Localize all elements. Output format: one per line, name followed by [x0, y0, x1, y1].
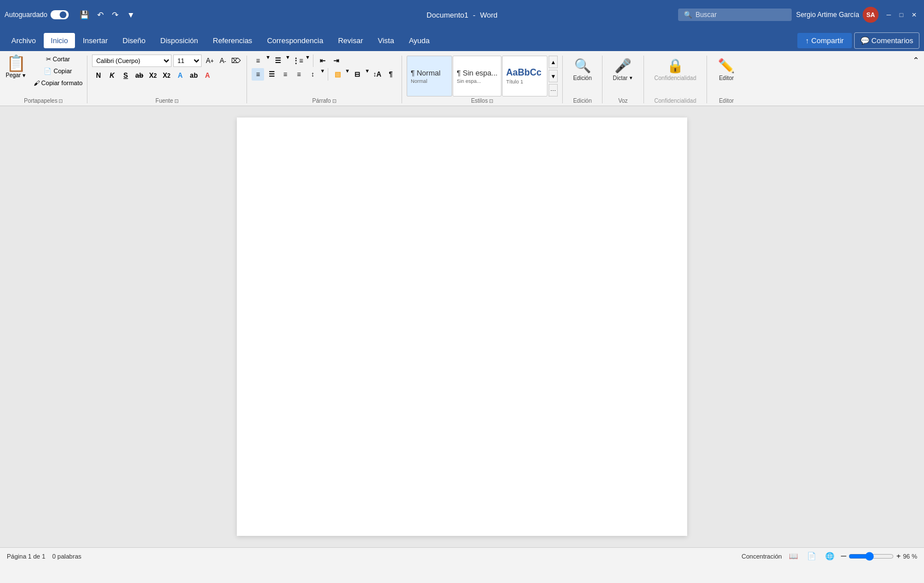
print-layout-button[interactable]: 📄	[805, 550, 818, 563]
confidencialidad-button[interactable]: 🔒 Confidencialidad	[650, 56, 701, 83]
close-button[interactable]: ✕	[908, 9, 919, 20]
align-center-button[interactable]: ☰	[265, 68, 278, 81]
copy-button[interactable]: 📄 Copiar	[31, 65, 85, 77]
unordered-list-button[interactable]: ≡	[252, 54, 264, 67]
menu-referencias[interactable]: Referencias	[206, 33, 259, 48]
align-right-button[interactable]: ≡	[279, 68, 291, 81]
font-increase-button[interactable]: A+	[203, 54, 216, 67]
document-area	[0, 106, 924, 547]
multilevel-list-arrow[interactable]: ▼	[305, 54, 310, 67]
strikethrough-button[interactable]: ab	[133, 69, 145, 82]
bold-button[interactable]: N	[92, 69, 104, 82]
app-name: Word	[480, 11, 497, 19]
shading-arrow[interactable]: ▼	[345, 68, 350, 81]
save-icon[interactable]: 💾	[77, 9, 92, 20]
dictar-arrow[interactable]: ▼	[629, 76, 633, 81]
italic-button[interactable]: K	[106, 69, 118, 82]
superscript-button[interactable]: X2	[160, 69, 173, 82]
sep4	[562, 56, 563, 103]
shading-button[interactable]: ▧	[331, 68, 344, 81]
format-paint-button[interactable]: 🖌 Copiar formato	[31, 77, 85, 89]
autosave-area: Autoguardado	[5, 10, 69, 19]
sort-button[interactable]: ↕A	[371, 68, 383, 81]
confidencialidad-label: Confidencialidad	[654, 75, 696, 81]
collapse-ribbon-button[interactable]: ⌃	[913, 56, 919, 65]
editor-bottom-label: Editor	[709, 97, 743, 106]
cut-label: Cortar	[53, 56, 70, 62]
paste-button[interactable]: 📋 Pegar ▼	[2, 53, 30, 81]
style-sin-espacio-name: Sin espa...	[457, 78, 497, 84]
menu-insertar[interactable]: Insertar	[76, 33, 115, 48]
parrafo-top: ≡ ▼ ☰ ▼ ⋮≡ ▼ ⇤ ⇥ ≡ ☰ ≡ ≡ ↕ ▼	[249, 53, 399, 97]
fuente-label: Fuente ⊡	[90, 97, 244, 106]
search-box[interactable]: 🔍	[678, 9, 792, 21]
style-titulo1-name: Título 1	[506, 79, 543, 85]
font-selector[interactable]: Calibri (Cuerpo)	[92, 54, 172, 67]
share-button[interactable]: ↑ Compartir	[797, 33, 852, 48]
unordered-list-arrow[interactable]: ▼	[265, 54, 270, 67]
maximize-button[interactable]: □	[896, 9, 907, 20]
style-sin-espacio[interactable]: ¶ Sin espa... Sin espa...	[453, 56, 501, 97]
highlight-color-button[interactable]: ab	[187, 69, 200, 82]
style-expand[interactable]: ⋯	[549, 84, 558, 97]
increase-indent-button[interactable]: ⇥	[330, 54, 342, 67]
autosave-toggle[interactable]	[51, 10, 69, 19]
zoom-in-button[interactable]: +	[896, 552, 901, 560]
style-scroll-down[interactable]: ▼	[549, 70, 558, 82]
cut-button[interactable]: ✂ Cortar	[31, 53, 85, 65]
decrease-indent-button[interactable]: ⇤	[316, 54, 329, 67]
menu-disposicion[interactable]: Disposición	[153, 33, 204, 48]
menu-vista[interactable]: Vista	[371, 33, 401, 48]
font-color-button[interactable]: A	[201, 69, 214, 82]
word-count: 0 palabras	[52, 553, 81, 560]
line-spacing-button[interactable]: ↕	[306, 68, 319, 81]
justify-button[interactable]: ≡	[292, 68, 305, 81]
menu-archivo[interactable]: Archivo	[5, 33, 43, 48]
font-color-btn-wrapper: A	[201, 69, 214, 82]
show-marks-button[interactable]: ¶	[384, 68, 397, 81]
text-effects-button[interactable]: A	[174, 69, 186, 82]
zoom-out-button[interactable]: ─	[841, 552, 846, 560]
estilos-expand-icon[interactable]: ⊡	[489, 98, 494, 104]
parrafo-expand-icon[interactable]: ⊡	[332, 98, 337, 104]
document-page[interactable]	[237, 118, 687, 536]
zoom-slider[interactable]	[848, 552, 894, 561]
size-selector[interactable]: 11	[173, 54, 202, 67]
minimize-button[interactable]: ─	[883, 9, 894, 20]
style-scroll-up[interactable]: ▲	[549, 56, 558, 68]
fuente-expand-icon[interactable]: ⊡	[174, 98, 179, 104]
copy-label: Copiar	[53, 68, 72, 74]
dictar-button[interactable]: 🎤 Dictar ▼	[608, 56, 638, 83]
paste-label: Pegar	[6, 72, 21, 78]
customize-icon[interactable]: ▼	[124, 9, 137, 20]
menu-inicio[interactable]: Inicio	[44, 33, 74, 48]
menu-revisar[interactable]: Revisar	[331, 33, 370, 48]
align-left-button[interactable]: ≡	[252, 68, 264, 81]
style-titulo1[interactable]: AaBbCc Título 1	[502, 56, 547, 97]
edicion-button[interactable]: 🔍 Edición	[568, 56, 596, 83]
read-mode-button[interactable]: 📖	[787, 550, 800, 563]
search-input[interactable]	[696, 11, 775, 19]
subscript-button[interactable]: X2	[147, 69, 159, 82]
ordered-list-arrow[interactable]: ▼	[285, 54, 290, 67]
web-layout-button[interactable]: 🌐	[823, 550, 837, 563]
style-normal[interactable]: ¶ Normal Normal	[407, 56, 452, 97]
editor-button[interactable]: ✏️ Editor	[713, 56, 739, 83]
undo-icon[interactable]: ↶	[94, 9, 107, 20]
line-spacing-arrow[interactable]: ▼	[320, 68, 325, 81]
font-decrease-button[interactable]: A-	[216, 54, 229, 67]
clear-format-button[interactable]: ⌦	[229, 54, 242, 67]
comments-button[interactable]: 💬 Comentarios	[854, 32, 919, 49]
menu-diseno[interactable]: Diseño	[116, 33, 152, 48]
menu-correspondencia[interactable]: Correspondencia	[260, 33, 330, 48]
format-paint-icon: 🖌	[34, 79, 40, 86]
portapapeles-expand-icon[interactable]: ⊡	[58, 98, 63, 104]
multilevel-list-button[interactable]: ⋮≡	[291, 54, 304, 67]
redo-icon[interactable]: ↷	[109, 9, 122, 20]
focus-label[interactable]: Concentración	[742, 553, 782, 560]
menu-ayuda[interactable]: Ayuda	[402, 33, 437, 48]
underline-button[interactable]: S	[119, 69, 132, 82]
borders-button[interactable]: ⊟	[351, 68, 363, 81]
ordered-list-button[interactable]: ☰	[271, 54, 284, 67]
borders-arrow[interactable]: ▼	[365, 68, 370, 81]
